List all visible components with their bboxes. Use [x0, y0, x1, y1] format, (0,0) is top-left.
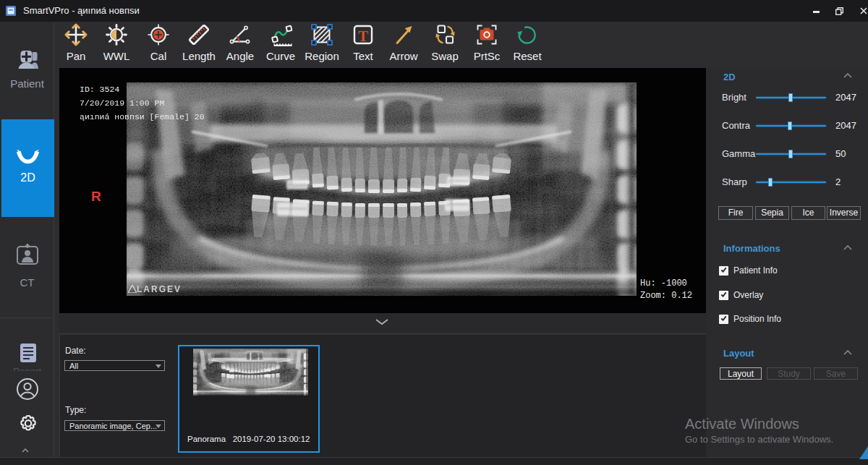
svg-text:T: T [358, 27, 368, 45]
